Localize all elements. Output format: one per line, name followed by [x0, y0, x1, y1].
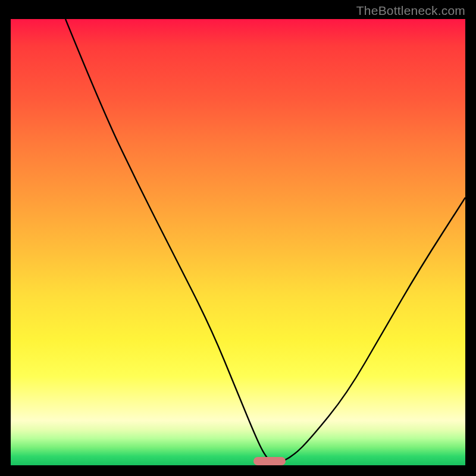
min-marker — [253, 457, 286, 465]
watermark-text: TheBottleneck.com — [356, 4, 465, 18]
chart-frame: TheBottleneck.com — [0, 0, 476, 476]
bottleneck-curve — [11, 19, 465, 465]
plot-area — [11, 19, 465, 465]
curve-path — [65, 19, 465, 463]
